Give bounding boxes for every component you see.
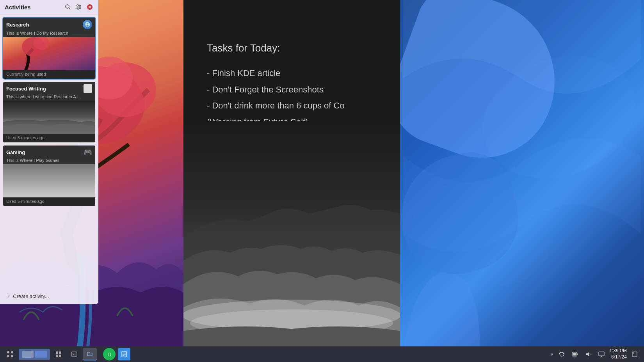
activities-list: Research This Is Where I Do My Research <box>0 14 98 288</box>
svg-point-29 <box>11 351 13 353</box>
svg-rect-48 <box>632 352 637 357</box>
search-icon[interactable] <box>64 3 72 11</box>
system-clock[interactable]: 1:39 PM 6/17/24 <box>609 348 627 360</box>
clock-date: 6/17/24 <box>609 354 627 360</box>
gaming-title: Gaming <box>6 149 25 155</box>
svg-rect-32 <box>56 351 58 354</box>
svg-point-30 <box>7 355 9 357</box>
gamepad-icon: 🎮 <box>84 148 92 156</box>
taskbar-right: ∧ <box>546 348 644 360</box>
svg-rect-33 <box>59 351 61 354</box>
configure-icon[interactable] <box>75 3 83 11</box>
activity-card-research[interactable]: Research This Is Where I Do My Research <box>2 17 96 80</box>
clock-time: 1:39 PM <box>609 348 627 354</box>
writing-header: Focused Writing <box>3 82 95 94</box>
show-desktop-button[interactable] <box>629 349 640 360</box>
activities-panel: Activities <box>0 0 98 304</box>
create-activity-button[interactable]: + Create activity... <box>0 288 98 304</box>
research-icon <box>83 20 92 29</box>
desktop-center: Tasks for Today: - Finish KDE article - … <box>183 0 400 346</box>
svg-rect-44 <box>573 353 576 356</box>
research-preview <box>3 37 95 70</box>
svg-line-10 <box>69 8 70 9</box>
svg-rect-45 <box>599 352 604 356</box>
update-icon[interactable] <box>556 349 567 360</box>
research-status: Currently being used <box>3 70 95 79</box>
volume-icon[interactable] <box>583 349 594 360</box>
svg-rect-23 <box>3 37 95 70</box>
system-tray-expand[interactable]: ∧ <box>550 351 554 357</box>
task-2: - Don't Forget the Screenshots <box>207 82 392 98</box>
activities-panel-title: Activities <box>5 4 31 11</box>
research-header: Research <box>3 18 95 31</box>
close-button[interactable] <box>86 3 94 11</box>
svg-point-9 <box>66 5 69 8</box>
mountain-background <box>183 121 400 346</box>
gaming-preview <box>3 164 95 197</box>
spotify-button[interactable]: ♫ <box>103 348 116 360</box>
tasks-area: Tasks for Today: - Finish KDE article - … <box>207 39 392 130</box>
gaming-description: This is Where I Play Games <box>3 158 95 164</box>
display-icon[interactable] <box>596 349 607 360</box>
writing-description: This is where I write and Research A... <box>3 94 95 101</box>
svg-rect-35 <box>59 355 61 357</box>
svg-rect-27 <box>3 164 95 197</box>
header-icons <box>64 3 94 11</box>
battery-icon[interactable] <box>569 349 580 360</box>
create-activity-label: Create activity... <box>13 293 49 299</box>
taskbar-center-apps: ♫ <box>100 348 133 360</box>
svg-point-15 <box>79 6 80 8</box>
right-shapes <box>400 0 644 346</box>
taskbar-left <box>0 348 100 360</box>
activities-taskbar-button[interactable] <box>52 348 66 360</box>
svg-rect-34 <box>56 355 58 357</box>
svg-point-16 <box>77 8 79 9</box>
tasks-list: - Finish KDE article - Don't Forget the … <box>207 65 392 130</box>
writing-status: Used 5 minutes ago <box>3 134 95 142</box>
gaming-status: Used 5 minutes ago <box>3 197 95 206</box>
tasks-title: Tasks for Today: <box>207 39 392 57</box>
plus-icon: + <box>6 293 10 300</box>
svg-point-28 <box>7 351 9 353</box>
svg-point-31 <box>11 355 13 357</box>
activity-card-writing[interactable]: Focused Writing This is where I write an… <box>2 81 96 143</box>
task-3: - Don't drink more than 6 cups of Co <box>207 98 392 114</box>
writing-preview <box>3 101 95 134</box>
svg-rect-43 <box>577 353 578 355</box>
task-1: - Finish KDE article <box>207 65 392 82</box>
virtual-desktop-pager[interactable] <box>19 349 50 360</box>
activity-card-gaming[interactable]: Gaming 🎮 This is Where I Play Games <box>2 145 96 207</box>
desktop-right <box>400 0 644 346</box>
research-description: This Is Where I Do My Research <box>3 31 95 37</box>
terminal-taskbar-button[interactable] <box>67 348 81 360</box>
files-taskbar-button[interactable] <box>83 348 97 360</box>
taskbar: ♫ ∧ <box>0 346 644 362</box>
writing-title: Focused Writing <box>6 86 46 92</box>
research-title: Research <box>6 22 29 28</box>
notes-button[interactable] <box>118 348 130 360</box>
svg-point-14 <box>77 5 78 6</box>
gaming-header: Gaming 🎮 <box>3 146 95 158</box>
app-launcher-button[interactable] <box>3 348 17 360</box>
writing-icon <box>84 84 92 93</box>
activities-header: Activities <box>0 0 98 14</box>
